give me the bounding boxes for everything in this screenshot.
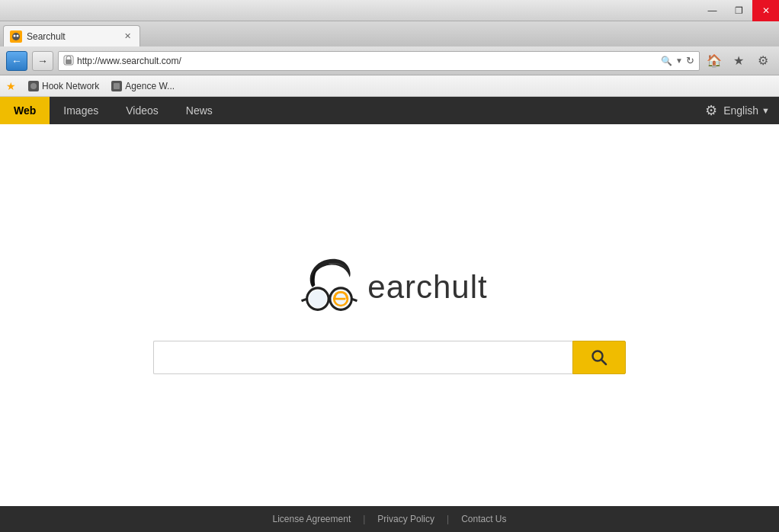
refresh-icon[interactable]: ↻	[686, 55, 694, 66]
restore-button[interactable]: ❐	[726, 0, 752, 21]
logo-container: earchult	[291, 257, 487, 318]
footer-separator-2: |	[447, 514, 449, 524]
forward-button[interactable]: →	[32, 51, 53, 71]
tab-favicon	[10, 30, 22, 43]
tab-close-button[interactable]: ✕	[121, 30, 133, 43]
language-selector[interactable]: English ▼	[723, 104, 770, 117]
search-magnifier-icon	[591, 349, 607, 366]
bookmark-hook-network[interactable]: Hook Network	[25, 79, 102, 93]
svg-point-0	[12, 33, 20, 40]
bookmark-label: Hook Network	[42, 81, 99, 91]
search-navbar: Web Images Videos News ⚙ English ▼	[0, 97, 779, 124]
back-button[interactable]: ←	[6, 51, 27, 71]
language-label: English	[723, 104, 758, 117]
bookmark-agence[interactable]: Agence W...	[108, 79, 178, 93]
nav-images[interactable]: Images	[50, 97, 112, 124]
bookmark-favicon	[28, 81, 39, 91]
language-dropdown-icon: ▼	[761, 106, 770, 115]
main-content: earchult	[0, 124, 779, 506]
addressbar: ← → http://www.searchult.com/ 🔍 ▼ ↻ 🏠 ★ …	[0, 46, 779, 75]
nav-videos[interactable]: Videos	[112, 97, 172, 124]
titlebar: — ❐ ✕	[0, 0, 779, 21]
contact-us-link[interactable]: Contact Us	[461, 514, 506, 524]
browser-tab[interactable]: Searchult ✕	[3, 25, 140, 46]
bookmark-star-icon: ★	[6, 80, 16, 92]
svg-point-8	[309, 290, 327, 307]
close-button[interactable]: ✕	[752, 0, 779, 21]
nav-web[interactable]: Web	[0, 97, 50, 124]
search-icon: 🔍	[661, 56, 672, 66]
search-button[interactable]	[572, 341, 626, 374]
home-icon[interactable]: 🏠	[704, 51, 724, 71]
logo-text: earchult	[367, 269, 487, 306]
browser-right-icons: 🏠 ★ ⚙	[704, 51, 773, 71]
nav-right: ⚙ English ▼	[705, 102, 779, 119]
nav-news[interactable]: News	[172, 97, 226, 124]
dropdown-icon[interactable]: ▼	[675, 56, 683, 65]
settings-gear-icon[interactable]: ⚙	[705, 102, 717, 119]
address-box[interactable]: http://www.searchult.com/ 🔍 ▼ ↻	[58, 51, 700, 71]
svg-line-17	[601, 360, 606, 364]
privacy-policy-link[interactable]: Privacy Policy	[377, 514, 434, 524]
search-input[interactable]	[153, 341, 572, 374]
star-icon[interactable]: ★	[729, 51, 749, 71]
logo-wrapper: earchult	[291, 257, 487, 318]
minimize-button[interactable]: —	[699, 0, 726, 21]
url-text: http://www.searchult.com/	[77, 56, 661, 66]
window-controls: — ❐ ✕	[699, 0, 779, 21]
search-container	[153, 341, 626, 374]
lock-icon	[63, 55, 74, 67]
logo-icon	[291, 257, 367, 318]
settings-icon[interactable]: ⚙	[753, 51, 773, 71]
tab-title: Searchult	[27, 31, 118, 42]
bookmark-favicon-2	[111, 81, 122, 91]
browser-window: — ❐ ✕ Searchult ✕ ← → http://www.s	[0, 0, 779, 532]
svg-point-1	[14, 34, 16, 37]
svg-rect-4	[66, 59, 72, 64]
tabbar: Searchult ✕	[0, 21, 779, 46]
footer-separator-1: |	[363, 514, 365, 524]
svg-rect-6	[114, 83, 120, 89]
bookmark-label-2: Agence W...	[125, 81, 175, 91]
license-agreement-link[interactable]: License Agreement	[272, 514, 351, 524]
footer: License Agreement | Privacy Policy | Con…	[0, 506, 779, 532]
svg-point-2	[17, 34, 19, 37]
bookmarks-bar: ★ Hook Network Agence W...	[0, 75, 779, 97]
svg-point-5	[30, 83, 37, 89]
